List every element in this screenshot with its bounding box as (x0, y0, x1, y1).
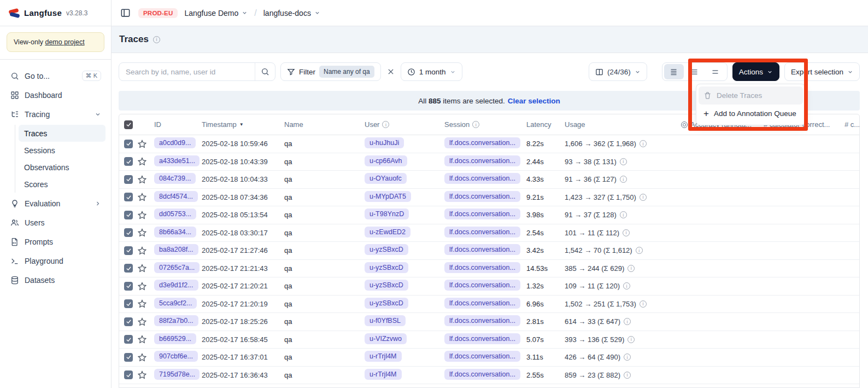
table-row[interactable]: d3e9d1f2... 2025-02-17 21:20:21 qa u-yzS… (119, 277, 859, 296)
user-badge[interactable]: u-zEwdED2 (365, 227, 410, 238)
column-visibility-button[interactable]: (24/36) (589, 62, 647, 81)
star-button[interactable] (138, 282, 146, 291)
row-checkbox[interactable] (124, 193, 133, 201)
menu-item-delete-traces[interactable]: Delete Traces (699, 86, 803, 105)
session-badge[interactable]: lf.docs.conversation... (444, 369, 520, 380)
row-checkbox[interactable] (124, 140, 133, 148)
user-badge[interactable]: u-rTrjl4M (365, 351, 402, 362)
info-icon[interactable]: i (636, 247, 643, 254)
star-button[interactable] (138, 246, 146, 255)
user-badge[interactable]: u-cp66Avh (365, 155, 407, 166)
trace-id-badge[interactable]: 5cca9cf2... (154, 298, 197, 309)
user-badge[interactable]: u-yzSBxcD (365, 298, 408, 309)
info-icon[interactable]: i (153, 36, 160, 43)
info-icon[interactable]: i (624, 372, 631, 379)
sidebar-item-playground[interactable]: Playground (5, 251, 105, 270)
header-id[interactable]: ID (154, 120, 202, 129)
header-session[interactable]: Sessioni (444, 120, 526, 129)
user-badge[interactable]: u-T98YnzD (365, 209, 409, 219)
sidebar-item-tracing[interactable]: Tracing (5, 105, 105, 124)
row-checkbox[interactable] (124, 211, 133, 219)
trace-id-badge[interactable]: 8b66a34... (154, 227, 196, 238)
info-icon[interactable]: i (640, 194, 647, 201)
star-button[interactable] (138, 228, 146, 237)
export-selection-button[interactable]: Export selection (784, 62, 860, 81)
session-badge[interactable]: lf.docs.conversation... (444, 209, 520, 219)
trace-id-badge[interactable]: 07265c7a... (154, 262, 200, 273)
sidebar-item-dashboard[interactable]: Dashboard (5, 85, 105, 105)
info-icon[interactable]: i (640, 140, 647, 147)
table-row[interactable]: dd05753... 2025-02-18 05:13:54 qa u-T98Y… (119, 206, 859, 224)
session-badge[interactable]: lf.docs.conversation... (444, 315, 520, 326)
row-checkbox[interactable] (124, 157, 133, 166)
header-name[interactable]: Name (284, 120, 365, 129)
info-icon[interactable]: i (620, 158, 627, 165)
star-button[interactable] (138, 353, 146, 362)
user-badge[interactable]: u-yzSBxcD (365, 262, 408, 273)
trace-id-badge[interactable]: dd05753... (154, 209, 196, 219)
session-badge[interactable]: lf.docs.conversation... (444, 298, 520, 309)
trace-id-badge[interactable]: a0cd0d9... (154, 137, 196, 148)
header-last[interactable]: # c... (844, 120, 859, 129)
table-row[interactable]: 8dcf4574... 2025-02-18 07:34:36 qa u-MYp… (119, 189, 859, 207)
user-badge[interactable]: u-VIZzvwo (365, 333, 407, 344)
table-row[interactable]: 907cbf6e... 2025-02-17 16:37:01 qa u-rTr… (119, 349, 859, 367)
star-button[interactable] (138, 193, 146, 201)
star-button[interactable] (138, 175, 146, 184)
trace-id-badge[interactable]: ba8a208f... (154, 244, 198, 255)
session-badge[interactable]: lf.docs.conversation... (444, 280, 520, 291)
sidebar-item-scores[interactable]: Scores (19, 176, 105, 193)
sidebar-item-evaluation[interactable]: Evaluation (5, 194, 105, 213)
user-badge[interactable]: u-huJhuJi (365, 137, 404, 148)
demo-project-link[interactable]: demo project (45, 38, 84, 46)
header-usage[interactable]: Usage (565, 120, 681, 129)
trace-id-badge[interactable]: b669529... (154, 333, 196, 344)
row-checkbox[interactable] (124, 264, 133, 273)
header-latency[interactable]: Latency (526, 120, 565, 129)
sidebar-toggle-button[interactable] (119, 7, 132, 19)
row-checkbox[interactable] (124, 353, 133, 362)
user-badge[interactable]: u-OYauofc (365, 173, 407, 184)
trace-id-badge[interactable]: a433de51... (154, 155, 200, 166)
info-icon[interactable]: i (620, 176, 627, 183)
project-selector[interactable]: langfuse-docs (263, 9, 320, 18)
row-checkbox[interactable] (124, 228, 133, 237)
session-badge[interactable]: lf.docs.conversation... (444, 262, 520, 273)
trace-id-badge[interactable]: 88f2a7b0... (154, 315, 198, 326)
session-badge[interactable]: lf.docs.conversation... (444, 137, 520, 148)
filter-button[interactable]: Filter Name any of qa (280, 62, 381, 81)
sidebar-item-traces[interactable]: Traces (19, 125, 105, 142)
session-badge[interactable]: lf.docs.conversation... (444, 155, 520, 166)
time-range-button[interactable]: 1 month (401, 62, 462, 81)
menu-item-add-to-annotation-queue[interactable]: + Add to Annotation Queue (699, 105, 803, 123)
sidebar-item-goto[interactable]: Go to... ⌘ K (5, 66, 105, 85)
table-row[interactable]: 5cca9cf2... 2025-02-17 21:20:19 qa u-yzS… (119, 296, 859, 314)
star-button[interactable] (138, 370, 146, 379)
sidebar-item-prompts[interactable]: Prompts (5, 232, 105, 251)
table-row[interactable]: 084c739... 2025-02-18 10:04:33 qa u-OYau… (119, 171, 859, 189)
search-input[interactable] (119, 68, 255, 76)
row-height-medium-button[interactable] (685, 64, 705, 79)
row-checkbox[interactable] (124, 246, 133, 255)
clear-selection-link[interactable]: Clear selection (508, 97, 560, 105)
star-button[interactable] (138, 140, 146, 148)
session-badge[interactable]: lf.docs.conversation... (444, 173, 520, 184)
clear-filter-button[interactable] (386, 67, 396, 77)
info-icon[interactable]: i (640, 300, 647, 308)
row-checkbox[interactable] (124, 370, 133, 379)
user-badge[interactable]: u-yzSBxcD (365, 280, 408, 291)
select-all-checkbox[interactable] (124, 120, 133, 129)
table-row[interactable]: 07265c7a... 2025-02-17 21:21:43 qa u-yzS… (119, 260, 859, 278)
row-height-small-button[interactable] (664, 64, 684, 79)
session-badge[interactable]: lf.docs.conversation... (444, 227, 520, 238)
session-badge[interactable]: lf.docs.conversation... (444, 244, 520, 255)
row-checkbox[interactable] (124, 335, 133, 344)
table-row[interactable]: 7195d78e... 2025-02-17 16:36:43 qa u-rTr… (119, 367, 859, 385)
session-badge[interactable]: lf.docs.conversation... (444, 351, 520, 362)
info-icon[interactable]: i (627, 336, 635, 343)
table-row[interactable]: a433de51... 2025-02-18 10:43:39 qa u-cp6… (119, 153, 859, 171)
session-badge[interactable]: lf.docs.conversation... (444, 333, 520, 344)
header-timestamp[interactable]: Timestamp▼ (202, 120, 284, 129)
table-row[interactable]: ba8a208f... 2025-02-17 21:27:46 qa u-yzS… (119, 242, 859, 260)
info-icon[interactable]: i (623, 282, 630, 289)
